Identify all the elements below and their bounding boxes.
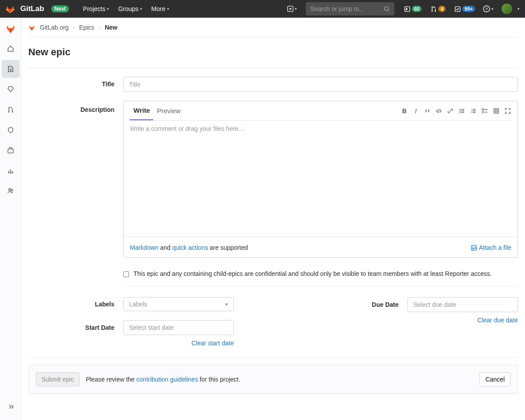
confidential-label: This epic and any containing child-epics… <box>133 270 492 277</box>
due-date-label: Due Date <box>372 301 407 308</box>
labels-label: Labels <box>28 301 123 308</box>
editor-tabs: Write Preview B I 123 <box>124 101 517 120</box>
issues-counter[interactable]: 60 <box>401 6 424 12</box>
sidebar-expand-icon[interactable] <box>2 398 19 416</box>
description-textarea[interactable] <box>130 120 511 235</box>
breadcrumb-current: New <box>105 24 118 31</box>
clear-start-date-link[interactable]: Clear start date <box>191 340 234 347</box>
group-logo-icon[interactable] <box>5 23 16 34</box>
user-menu-caret[interactable]: ▾ <box>517 7 520 11</box>
svg-point-17 <box>459 112 460 113</box>
sidebar-epics-icon[interactable] <box>2 60 19 78</box>
svg-point-13 <box>8 189 11 191</box>
page-title: New epic <box>28 38 518 68</box>
sidebar-issues-icon[interactable] <box>2 80 19 98</box>
attach-file-link[interactable]: Attach a file <box>471 244 511 251</box>
title-input[interactable] <box>123 77 518 92</box>
editor-toolbar: B I 123 <box>401 107 511 115</box>
breadcrumb-section[interactable]: Epics <box>79 24 94 31</box>
search-input[interactable] <box>310 5 384 12</box>
search-icon <box>384 6 390 12</box>
due-date-input[interactable] <box>407 297 518 312</box>
start-date-input[interactable] <box>123 320 234 335</box>
svg-point-16 <box>459 110 460 111</box>
bold-icon[interactable]: B <box>401 107 408 115</box>
description-label: Description <box>28 101 123 258</box>
sidebar-packages-icon[interactable] <box>2 141 19 159</box>
numbered-list-icon[interactable]: 123 <box>470 107 477 115</box>
editor: Write Preview B I 123 <box>123 101 518 258</box>
gitlab-logo-small-icon <box>28 24 35 31</box>
svg-point-4 <box>432 10 433 11</box>
start-date-label: Start Date <box>28 324 123 331</box>
sidebar-merge-requests-icon[interactable] <box>2 101 19 118</box>
search-box[interactable] <box>306 2 394 15</box>
svg-rect-22 <box>482 111 484 113</box>
breadcrumb: GitLab.org › Epics › New <box>28 18 518 38</box>
next-badge[interactable]: Next <box>51 5 69 12</box>
italic-icon[interactable]: I <box>412 107 419 115</box>
chevron-down-icon: ▾ <box>225 302 228 307</box>
confidential-checkbox[interactable] <box>123 271 129 277</box>
title-label: Title <box>28 77 123 92</box>
sidebar-security-icon[interactable] <box>2 121 19 139</box>
user-avatar[interactable] <box>502 4 512 14</box>
svg-point-5 <box>435 10 436 11</box>
contribution-guidelines-link[interactable]: contribution guidelines <box>137 376 198 383</box>
nav-groups[interactable]: Groups▾ <box>114 3 146 15</box>
labels-dropdown[interactable]: Labels ▾ <box>123 297 234 311</box>
main-content: GitLab.org › Epics › New New epic Title … <box>21 18 525 420</box>
top-navbar: GitLab Next Projects▾ Groups▾ More▾ ▾ 60… <box>0 0 525 18</box>
svg-point-6 <box>432 6 433 8</box>
sidebar-overview-icon[interactable] <box>2 40 19 57</box>
title-field-block: Title <box>28 68 518 101</box>
editor-footer: Markdown and quick actions are supported… <box>124 237 517 257</box>
svg-point-14 <box>11 189 13 191</box>
nav-projects[interactable]: Projects▾ <box>80 3 113 15</box>
svg-rect-12 <box>8 149 13 153</box>
form-footer: Submit epic Please review the contributi… <box>28 365 518 394</box>
clear-due-date-link[interactable]: Clear due date <box>477 317 518 324</box>
quick-actions-link[interactable]: quick actions <box>172 244 208 251</box>
new-button[interactable]: ▾ <box>285 4 299 14</box>
svg-point-10 <box>8 111 9 113</box>
tab-preview[interactable]: Preview <box>153 102 184 120</box>
svg-rect-3 <box>406 8 407 10</box>
description-field-block: Description Write Preview B I 123 <box>28 101 518 267</box>
submit-button[interactable]: Submit epic <box>36 372 80 386</box>
sidebar <box>0 18 21 420</box>
fullscreen-icon[interactable] <box>504 107 511 115</box>
breadcrumb-group[interactable]: GitLab.org <box>40 24 68 31</box>
svg-text:?: ? <box>485 7 488 11</box>
confidential-row: This epic and any containing child-epics… <box>123 267 518 286</box>
quote-icon[interactable] <box>424 107 431 115</box>
svg-point-11 <box>11 111 13 113</box>
image-icon <box>471 244 477 251</box>
svg-point-25 <box>472 246 473 247</box>
svg-point-1 <box>384 7 388 11</box>
dates-row: Labels Labels ▾ Start Date Clear start d… <box>28 286 518 358</box>
cancel-button[interactable]: Cancel <box>479 372 510 386</box>
nav-more[interactable]: More▾ <box>148 3 173 15</box>
svg-rect-23 <box>494 108 499 113</box>
gitlab-logo-icon[interactable] <box>5 4 15 14</box>
checklist-icon[interactable] <box>481 107 488 115</box>
todos-counter[interactable]: 99+ <box>452 6 478 12</box>
table-icon[interactable] <box>493 107 500 115</box>
tab-write[interactable]: Write <box>130 101 153 120</box>
markdown-link[interactable]: Markdown <box>130 244 159 251</box>
code-icon[interactable] <box>435 107 442 115</box>
link-icon[interactable] <box>447 107 454 115</box>
sidebar-members-icon[interactable] <box>2 182 19 200</box>
svg-point-15 <box>459 109 460 110</box>
svg-text:3: 3 <box>471 111 472 114</box>
merge-requests-counter[interactable]: 4 <box>428 6 448 12</box>
bullet-list-icon[interactable] <box>458 107 465 115</box>
brand-text: GitLab <box>20 4 44 13</box>
nav-menu: Projects▾ Groups▾ More▾ <box>80 3 173 15</box>
help-button[interactable]: ? ▾ <box>481 4 495 14</box>
sidebar-analytics-icon[interactable] <box>2 162 19 179</box>
